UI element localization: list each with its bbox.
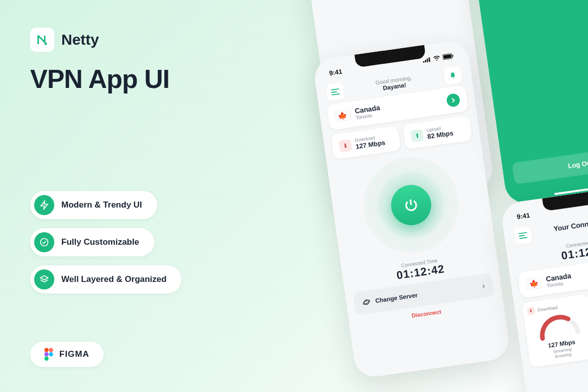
feature-label: Modern & Trendy UI xyxy=(61,200,142,210)
netty-logo-icon xyxy=(36,33,49,46)
svg-point-13 xyxy=(436,59,438,61)
svg-rect-12 xyxy=(429,57,431,62)
layers-icon xyxy=(34,269,54,289)
power-button[interactable] xyxy=(388,182,434,228)
svg-rect-9 xyxy=(423,61,424,62)
menu-button[interactable] xyxy=(514,226,533,245)
mockup-connection: 9:41 Your Connection Connected Time 01:1… xyxy=(500,182,588,392)
menu-icon xyxy=(519,232,528,239)
feature-layered: Well Layered & Organized xyxy=(30,265,181,293)
svg-line-35 xyxy=(519,238,527,239)
svg-point-3 xyxy=(49,348,53,352)
svg-point-22 xyxy=(363,300,370,305)
download-gauge-card: ⬇Download 127 Mbps StreamingBrowsing xyxy=(522,294,588,368)
download-gauge-icon xyxy=(535,310,583,341)
feature-label: Well Layered & Organized xyxy=(61,274,166,284)
flag-canada-icon: 🍁 xyxy=(335,109,351,122)
svg-point-1 xyxy=(41,239,48,246)
status-time: 9:41 xyxy=(516,211,530,220)
download-icon: ⬇ xyxy=(339,139,352,152)
figma-icon xyxy=(44,348,53,361)
svg-point-0 xyxy=(45,43,47,45)
check-circle-icon xyxy=(34,232,54,252)
svg-rect-16 xyxy=(452,55,453,57)
figma-label: FIGMA xyxy=(59,349,89,359)
feature-label: Fully Customizable xyxy=(61,237,139,247)
go-button[interactable] xyxy=(446,92,460,107)
status-icons xyxy=(422,52,454,64)
brand-name: Netty xyxy=(61,31,99,48)
chevron-right-icon xyxy=(450,97,456,103)
power-icon xyxy=(403,197,420,214)
bolt-icon xyxy=(34,195,54,215)
menu-icon xyxy=(331,88,340,95)
download-icon: ⬇ xyxy=(527,307,536,316)
wifi-icon xyxy=(433,55,440,61)
status-time: 9:41 xyxy=(329,68,343,77)
svg-rect-11 xyxy=(427,58,428,62)
svg-point-5 xyxy=(49,352,53,356)
chevron-right-icon: › xyxy=(481,281,485,290)
svg-rect-15 xyxy=(443,54,452,59)
headline: VPN App UI xyxy=(30,64,169,94)
download-speed-card: ⬇ Download 127 Mbps xyxy=(331,126,401,159)
feature-modern: Modern & Trendy UI xyxy=(30,191,157,219)
battery-icon xyxy=(442,53,454,60)
svg-point-6 xyxy=(44,356,48,360)
svg-line-34 xyxy=(519,235,525,236)
svg-point-4 xyxy=(44,352,48,356)
svg-rect-10 xyxy=(425,60,426,62)
svg-line-18 xyxy=(331,91,337,92)
mockup-main: 9:41 Good morning, Dayana! 🍁 Canada xyxy=(312,39,511,379)
signal-icon xyxy=(422,56,431,62)
menu-button[interactable] xyxy=(326,82,345,102)
bell-icon xyxy=(449,71,457,79)
svg-point-2 xyxy=(44,348,48,352)
upload-icon: ⬆ xyxy=(410,129,424,142)
figma-badge: FIGMA xyxy=(30,342,104,367)
svg-point-20 xyxy=(452,77,454,78)
change-server-label: Change Server xyxy=(375,291,418,305)
brand-logo xyxy=(30,28,54,52)
svg-line-19 xyxy=(332,94,340,95)
notifications-button[interactable] xyxy=(443,66,462,85)
svg-line-33 xyxy=(519,233,527,234)
upload-speed-card: ⬆ Upload 82 Mbps xyxy=(403,116,473,149)
planet-icon xyxy=(362,298,371,307)
svg-line-17 xyxy=(331,89,339,90)
download-label: Download xyxy=(537,305,558,313)
feature-customizable: Fully Customizable xyxy=(30,228,154,256)
flag-canada-icon: 🍁 xyxy=(526,277,542,290)
